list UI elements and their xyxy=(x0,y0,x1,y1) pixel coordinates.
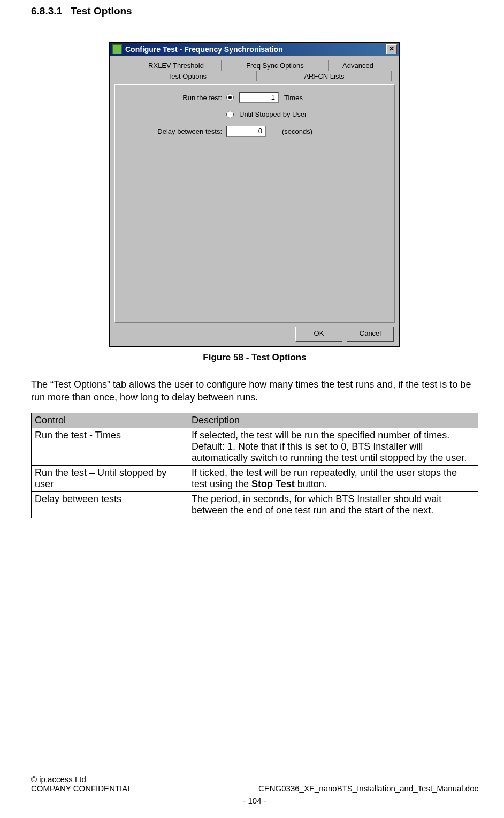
row-run-times: Run the test: 1 Times xyxy=(120,92,389,103)
header-description: Description xyxy=(188,413,478,428)
delay-input[interactable]: 0 xyxy=(226,126,266,137)
table-row: Delay between tests The period, in secon… xyxy=(32,491,478,518)
run-times-suffix: Times xyxy=(284,94,303,102)
section-title: Test Options xyxy=(71,5,132,17)
row-until-stopped: Until Stopped by User xyxy=(120,110,389,118)
tab-panel-test-options: Run the test: 1 Times Until Stopped by U… xyxy=(114,84,395,323)
table-row: Run the test – Until stopped by user If … xyxy=(32,465,478,491)
header-control: Control xyxy=(32,413,188,428)
tab-freq-sync-options[interactable]: Freq Sync Options xyxy=(222,60,329,71)
table-header-row: Control Description xyxy=(32,413,478,428)
dialog-title: Configure Test - Frequency Synchronisati… xyxy=(125,45,283,54)
figure: Configure Test - Frequency Synchronisati… xyxy=(31,42,478,363)
dialog-button-row: OK Cancel xyxy=(113,323,396,343)
config-dialog: Configure Test - Frequency Synchronisati… xyxy=(109,42,400,347)
tab-rxlev-threshold[interactable]: RXLEV Threshold xyxy=(131,60,222,71)
run-test-label: Run the test: xyxy=(120,94,226,102)
footer-confidential: COMPANY CONFIDENTIAL xyxy=(31,784,132,793)
intro-paragraph: The “Test Options” tab allows the user t… xyxy=(31,378,478,404)
until-stopped-label: Until Stopped by User xyxy=(239,110,307,118)
controls-table: Control Description Run the test - Times… xyxy=(31,413,478,518)
footer-docname: CENG0336_XE_nanoBTS_Installation_and_Tes… xyxy=(258,784,478,793)
dialog-titlebar: Configure Test - Frequency Synchronisati… xyxy=(110,43,399,56)
app-icon xyxy=(112,44,122,54)
section-heading: 6.8.3.1 Test Options xyxy=(31,5,478,17)
radio-run-times[interactable] xyxy=(226,94,234,101)
page-footer: © ip.access Ltd COMPANY CONFIDENTIAL CEN… xyxy=(31,772,478,805)
close-icon: ✕ xyxy=(389,45,394,52)
tabstrip: RXLEV Threshold Freq Sync Options Advanc… xyxy=(114,60,395,85)
radio-until-stopped[interactable] xyxy=(226,111,234,118)
row-delay: Delay between tests: 0 (seconds) xyxy=(120,126,389,137)
footer-copyright: © ip.access Ltd xyxy=(31,775,478,784)
cell-description: If ticked, the test will be run repeated… xyxy=(188,465,478,491)
cell-control: Run the test - Times xyxy=(32,428,188,465)
radio-dot-icon xyxy=(228,96,232,99)
delay-suffix: (seconds) xyxy=(282,127,312,135)
delay-label: Delay between tests: xyxy=(120,127,226,135)
section-number: 6.8.3.1 xyxy=(31,5,62,17)
dialog-body: RXLEV Threshold Freq Sync Options Advanc… xyxy=(110,56,399,346)
figure-caption: Figure 58 - Test Options xyxy=(203,352,306,363)
cancel-button[interactable]: Cancel xyxy=(347,327,394,342)
cell-description: The period, in seconds, for which BTS In… xyxy=(188,491,478,518)
run-times-input[interactable]: 1 xyxy=(239,92,279,103)
close-button[interactable]: ✕ xyxy=(386,44,397,54)
footer-page-number: - 104 - xyxy=(31,796,478,805)
cell-control: Delay between tests xyxy=(32,491,188,518)
tab-arfcn-lists[interactable]: ARFCN Lists xyxy=(257,71,392,81)
cell-control: Run the test – Until stopped by user xyxy=(32,465,188,491)
tab-advanced[interactable]: Advanced xyxy=(329,60,387,71)
table-row: Run the test - Times If selected, the te… xyxy=(32,428,478,465)
cell-description: If selected, the test will be run the sp… xyxy=(188,428,478,465)
ok-button[interactable]: OK xyxy=(295,327,342,342)
tab-test-options[interactable]: Test Options xyxy=(118,71,257,81)
